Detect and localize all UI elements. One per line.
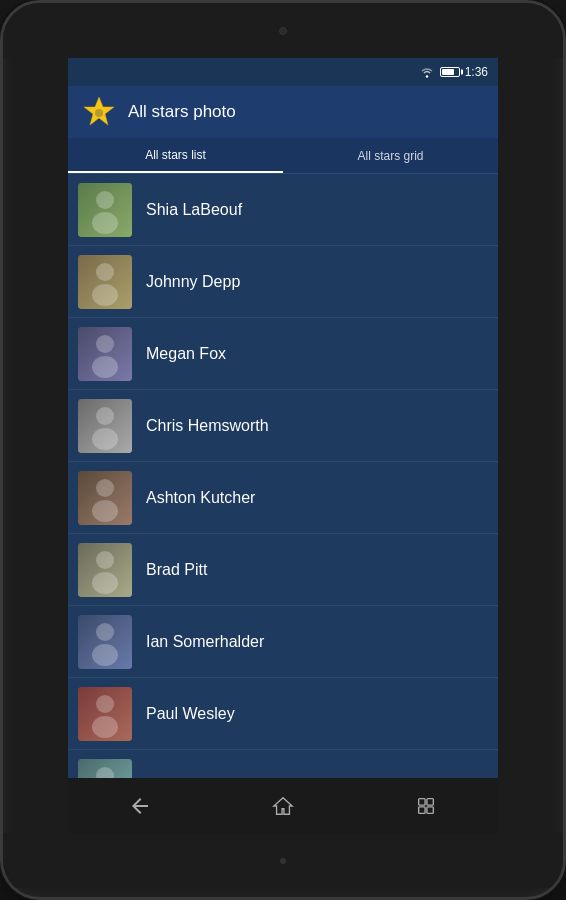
star-name: Megan Fox <box>146 345 226 363</box>
list-item[interactable]: Shia LaBeouf <box>68 174 498 246</box>
list-item[interactable]: Chris Hemsworth <box>68 390 498 462</box>
svg-rect-6 <box>427 806 433 812</box>
star-list[interactable]: Shia LaBeoufJohnny DeppMegan FoxChris He… <box>68 174 498 778</box>
device-bottom <box>3 833 563 888</box>
star-name: Ashton Kutcher <box>146 489 255 507</box>
star-name: Johnny Depp <box>146 273 240 291</box>
nav-bar <box>68 778 498 833</box>
back-button[interactable] <box>120 786 160 826</box>
back-icon <box>128 794 152 818</box>
status-icons: 1:36 <box>419 65 488 79</box>
battery-fill <box>442 69 454 75</box>
list-item[interactable]: Ashton Kutcher <box>68 462 498 534</box>
tabs-bar: All stars list All stars grid <box>68 138 498 174</box>
app-title: All stars photo <box>128 102 236 122</box>
home-icon <box>272 795 294 817</box>
svg-rect-4 <box>427 798 433 804</box>
avatar <box>78 759 132 779</box>
list-item[interactable]: Brad Pitt <box>68 534 498 606</box>
star-name: Chris Hemsworth <box>146 417 269 435</box>
avatar <box>78 687 132 741</box>
screen: 1:36 All stars photo All stars list All … <box>68 58 498 778</box>
svg-point-0 <box>425 75 427 77</box>
star-name: Paul Wesley <box>146 705 235 723</box>
home-button[interactable] <box>263 786 303 826</box>
avatar <box>78 327 132 381</box>
star-name: Ian Somerhalder <box>146 633 264 651</box>
avatar <box>78 615 132 669</box>
list-item[interactable]: Johnny Depp <box>68 246 498 318</box>
recent-button[interactable] <box>406 786 446 826</box>
star-name: Brad Pitt <box>146 561 207 579</box>
wifi-icon <box>419 66 435 78</box>
recent-icon <box>415 795 437 817</box>
svg-rect-5 <box>419 806 425 812</box>
status-bar: 1:36 <box>68 58 498 86</box>
device-top <box>3 3 563 58</box>
avatar <box>78 543 132 597</box>
svg-rect-3 <box>419 798 425 804</box>
tab-list[interactable]: All stars list <box>68 138 283 173</box>
bottom-dot <box>280 858 286 864</box>
list-item[interactable]: Paul Wesley <box>68 678 498 750</box>
list-item[interactable]: David Duchovny <box>68 750 498 778</box>
avatar <box>78 183 132 237</box>
battery-icon <box>440 67 460 77</box>
star-name: Shia LaBeouf <box>146 201 242 219</box>
status-time: 1:36 <box>465 65 488 79</box>
tab-grid[interactable]: All stars grid <box>283 138 498 173</box>
list-item[interactable]: Ian Somerhalder <box>68 606 498 678</box>
app-header: All stars photo <box>68 86 498 138</box>
camera <box>279 27 287 35</box>
device-frame: 1:36 All stars photo All stars list All … <box>0 0 566 900</box>
avatar <box>78 399 132 453</box>
list-item[interactable]: Megan Fox <box>68 318 498 390</box>
app-logo-icon <box>80 93 118 131</box>
avatar <box>78 255 132 309</box>
svg-point-2 <box>95 109 103 117</box>
avatar <box>78 471 132 525</box>
